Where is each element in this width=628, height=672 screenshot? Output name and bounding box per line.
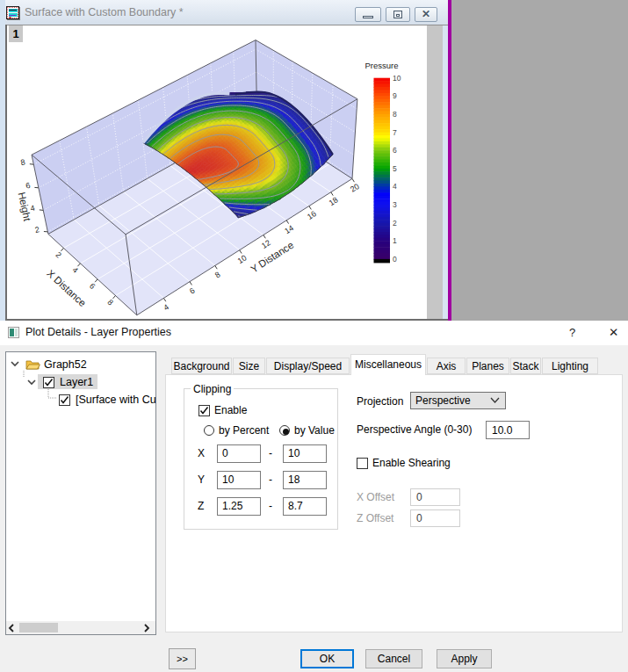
svg-text:2: 2	[34, 225, 40, 235]
svg-text:16: 16	[306, 209, 318, 221]
svg-text:8: 8	[393, 110, 397, 119]
svg-text:X Distance: X Distance	[45, 268, 88, 308]
svg-text:6: 6	[25, 181, 31, 191]
svg-text:0: 0	[393, 255, 397, 264]
svg-text:Y Distance: Y Distance	[249, 240, 295, 275]
svg-text:6: 6	[88, 281, 97, 291]
svg-text:9: 9	[393, 91, 397, 100]
svg-text:3: 3	[393, 200, 397, 209]
svg-text:12: 12	[260, 238, 272, 250]
svg-text:10: 10	[393, 74, 401, 83]
svg-text:1: 1	[393, 236, 397, 245]
svg-text:14: 14	[283, 223, 295, 235]
svg-text:8: 8	[20, 157, 26, 167]
svg-text:2: 2	[393, 219, 397, 228]
svg-text:4: 4	[162, 302, 170, 312]
svg-text:2: 2	[54, 250, 62, 260]
svg-text:4: 4	[70, 265, 79, 275]
svg-text:20: 20	[349, 182, 361, 194]
svg-text:5: 5	[393, 164, 397, 173]
svg-text:18: 18	[328, 195, 340, 207]
svg-text:6: 6	[188, 286, 197, 296]
svg-text:8: 8	[105, 298, 114, 307]
svg-text:7: 7	[393, 128, 397, 137]
svg-text:4: 4	[393, 182, 397, 191]
svg-text:6: 6	[393, 146, 397, 155]
svg-text:Height: Height	[17, 191, 33, 223]
svg-text:8: 8	[213, 270, 222, 279]
svg-text:10: 10	[236, 253, 249, 265]
svg-text:Pressure: Pressure	[365, 61, 398, 70]
